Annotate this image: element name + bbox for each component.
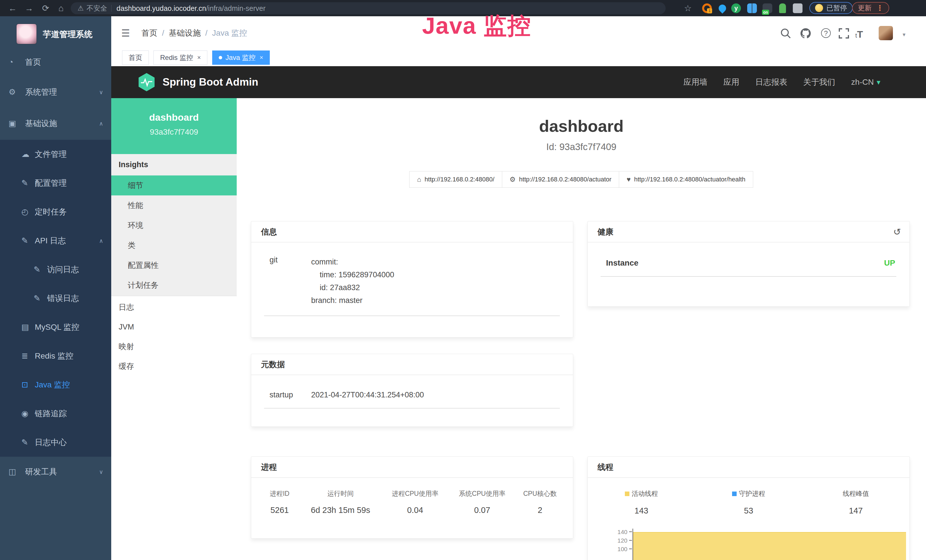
gear-icon (9, 77, 16, 107)
sba-item-metrics[interactable]: 性能 (111, 195, 237, 215)
actuator-url-button[interactable]: http://192.168.0.2:48080/actuator (502, 171, 619, 188)
sidebar-item-system[interactable]: 系统管理 (0, 77, 111, 107)
status-badge: UP (884, 259, 895, 268)
sidebar-item-mysql-monitor[interactable]: MySQL 监控 (0, 313, 111, 342)
browser-home-icon[interactable] (55, 0, 67, 16)
health-card-title: 健康 (598, 227, 613, 236)
chevron-down-icon (99, 77, 103, 107)
sba-item-classes[interactable]: 类 (111, 235, 237, 255)
sba-nav-wallboard[interactable]: 应用墙 (684, 77, 708, 88)
health-url: http://192.168.0.2:48080/actuator/health (634, 176, 745, 183)
git-branch-line: branch: master (311, 294, 394, 307)
bookmark-star-icon[interactable] (682, 0, 694, 16)
browser-forward-icon[interactable] (23, 0, 35, 16)
sba-locale-select[interactable]: zh-CN (851, 77, 881, 87)
live-threads-area (633, 532, 906, 560)
browser-menu-icon[interactable] (876, 4, 884, 12)
sidebar-item-redis-monitor[interactable]: Redis 监控 (0, 342, 111, 370)
github-icon[interactable] (799, 27, 812, 40)
sba-item-environment[interactable]: 环境 (111, 215, 237, 235)
browser-back-icon[interactable] (6, 0, 19, 16)
extension-y-icon[interactable]: y (731, 3, 741, 13)
sba-selected-app[interactable]: dashboard 93a3fc7f7409 (111, 98, 237, 154)
sba-item-details[interactable]: 细节 (111, 176, 237, 195)
brand-row[interactable]: 芋道管理系统 (0, 22, 111, 48)
breadcrumb-infrastructure[interactable]: 基础设施 (157, 28, 201, 38)
address-bar[interactable]: 不安全 dashboard.yudao.iocoder.cn /infra/ad… (71, 2, 666, 14)
close-icon[interactable] (197, 54, 201, 61)
process-table-values: 5261 6d 23h 15m 59s 0.04 0.07 2 (260, 506, 564, 515)
sba-item-config-props[interactable]: 配置属性 (111, 255, 237, 275)
sidebar-item-home[interactable]: 首页 (0, 47, 111, 77)
brand-name: 芋道管理系统 (43, 22, 92, 47)
chevron-up-icon (99, 108, 103, 138)
health-card-header: 健康 (588, 221, 909, 242)
extension-icon-1[interactable]: 1 (702, 3, 712, 13)
sba-item-caches[interactable]: 缓存 (111, 357, 237, 376)
sba-brand[interactable]: Spring Boot Admin (137, 66, 259, 98)
paused-profile-badge[interactable]: 已暂停 (809, 2, 853, 14)
health-instance-row[interactable]: Instance UP (588, 242, 909, 268)
tab-label: Redis 监控 (160, 53, 193, 62)
sidebar-item-file-management[interactable]: 文件管理 (0, 140, 111, 169)
sba-nav-about[interactable]: 关于我们 (803, 77, 835, 88)
log-edit-icon (34, 255, 40, 284)
sidebar-item-label: 配置管理 (35, 169, 67, 197)
tab-java-monitor[interactable]: Java 监控 (212, 50, 270, 65)
sidebar-item-label: 定时任务 (35, 197, 67, 226)
font-size-icon[interactable] (855, 29, 868, 41)
sidebar-item-infrastructure[interactable]: 基础设施 (0, 108, 111, 138)
sidebar-item-config-management[interactable]: 配置管理 (0, 169, 111, 197)
timer-icon (21, 197, 28, 226)
close-icon[interactable] (260, 54, 263, 61)
sidebar-item-scheduled-tasks[interactable]: 定时任务 (0, 197, 111, 226)
sidebar-item-dev-tools[interactable]: 研发工具 (0, 457, 111, 487)
val-uptime: 6d 23h 15m 59s (300, 506, 381, 515)
yudao-sidebar: 芋道管理系统 首页 系统管理 基础设施 文件管理 配置管理 (0, 16, 111, 560)
col-system-cpu: 系统CPU使用率 (449, 489, 516, 498)
fullscreen-icon[interactable] (838, 27, 850, 40)
help-icon[interactable] (821, 28, 831, 38)
sidebar-item-tracing[interactable]: 链路追踪 (0, 399, 111, 428)
chrome-update-button[interactable]: 更新 (852, 2, 889, 14)
sba-item-logs[interactable]: 日志 (111, 298, 237, 317)
metadata-card: 元数据 startup 2021-04-27T00:44:31.254+08:0… (251, 354, 573, 427)
not-secure-label[interactable]: 不安全 (87, 4, 107, 13)
not-secure-icon[interactable] (77, 4, 84, 12)
sba-item-jvm[interactable]: JVM (111, 317, 237, 337)
sba-nav-journal[interactable]: 日志报表 (755, 77, 787, 88)
sidebar-item-label: 链路追踪 (35, 399, 67, 428)
col-process-cpu: 进程CPU使用率 (381, 489, 449, 498)
legend-label: 守护进程 (739, 489, 765, 498)
sba-item-scheduled[interactable]: 计划任务 (111, 275, 237, 295)
sba-item-mappings[interactable]: 映射 (111, 337, 237, 357)
extension-grid-icon[interactable] (747, 3, 757, 13)
page-title: dashboard (237, 117, 926, 136)
service-url-button[interactable]: http://192.168.0.2:48080/ (409, 171, 502, 188)
sidebar-item-api-logs[interactable]: API 日志 (0, 226, 111, 255)
sidebar-item-log-center[interactable]: 日志中心 (0, 428, 111, 457)
extensions-puzzle-icon[interactable] (793, 3, 802, 13)
val-pid: 5261 (260, 506, 300, 515)
user-avatar[interactable] (879, 26, 893, 40)
tab-redis-monitor[interactable]: Redis 监控 (153, 50, 207, 65)
sidebar-item-access-logs[interactable]: 访问日志 (0, 255, 111, 284)
tab-home[interactable]: 首页 (122, 50, 149, 65)
health-url-button[interactable]: http://192.168.0.2:48080/actuator/health (619, 171, 753, 188)
legend-label: 线程峰值 (843, 489, 869, 498)
search-icon[interactable] (779, 27, 792, 40)
sidebar-item-error-logs[interactable]: 错误日志 (0, 284, 111, 313)
history-icon[interactable] (893, 221, 901, 242)
sba-main: dashboard Id: 93a3fc7f7409 http://192.16… (237, 98, 926, 560)
breadcrumb-home[interactable]: 首页 (141, 28, 157, 38)
extension-pin-icon[interactable] (717, 3, 728, 14)
url-path: /infra/admin-server (206, 4, 265, 12)
browser-reload-icon[interactable] (39, 0, 52, 16)
sba-nav-applications[interactable]: 应用 (723, 77, 740, 88)
extension-on-icon[interactable]: on (763, 3, 772, 13)
health-key: Instance (606, 259, 639, 268)
user-menu-caret-icon[interactable] (903, 31, 905, 38)
sidebar-toggle-icon[interactable] (121, 16, 130, 50)
sidebar-item-java-monitor[interactable]: Java 监控 (0, 370, 111, 399)
extension-green-icon[interactable] (779, 3, 786, 13)
